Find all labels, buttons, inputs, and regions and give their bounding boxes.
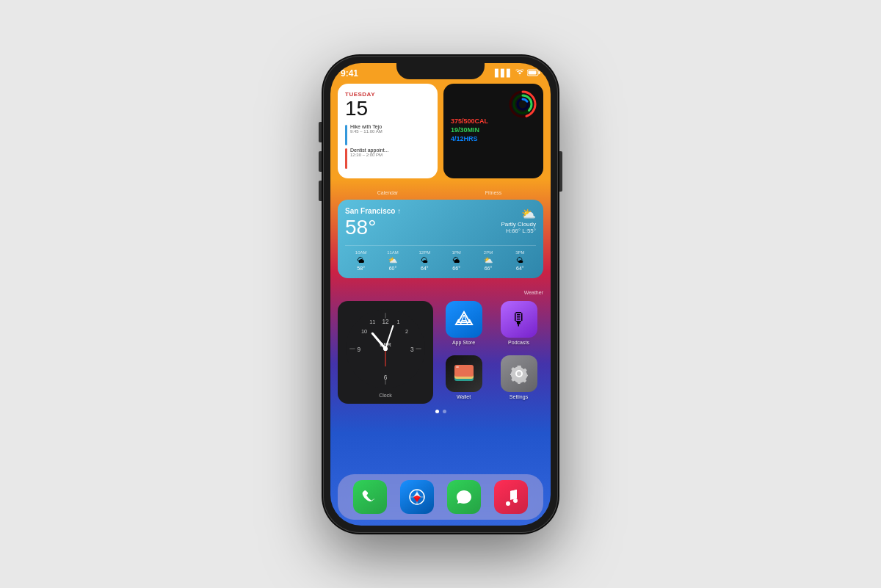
music-icon [503, 488, 519, 506]
status-time: 9:41 [341, 68, 358, 79]
svg-text:9: 9 [357, 346, 360, 353]
page-indicator [338, 410, 543, 413]
clock-face: 12 6 9 3 1 11 2 10 BER [344, 307, 427, 391]
calendar-widget[interactable]: TUESDAY 15 Hike with Tejo 9:45 – 11:00 A… [338, 84, 438, 179]
svg-text:A: A [460, 313, 468, 326]
app-podcasts[interactable]: 🎙 Podcasts [494, 301, 543, 349]
status-icons: ▋▋▋ [495, 69, 540, 78]
dock-music-app[interactable] [494, 480, 528, 514]
svg-rect-2 [529, 70, 537, 74]
gear-icon [509, 363, 529, 384]
app-wallet[interactable]: Wallet [439, 355, 488, 404]
safari-icon [408, 488, 426, 506]
podcasts-label: Podcasts [508, 340, 529, 345]
event-title: Hike with Tejo [350, 124, 383, 129]
top-widgets-row: TUESDAY 15 Hike with Tejo 9:45 – 11:00 A… [338, 84, 543, 179]
svg-text:12: 12 [382, 318, 389, 325]
svg-text:11: 11 [369, 319, 375, 325]
wifi-icon [515, 69, 524, 78]
event-details: Hike with Tejo 9:45 – 11:00 AM [350, 124, 383, 134]
event-time: 9:45 – 11:00 AM [350, 129, 383, 134]
phone-screen: 9:41 ▋▋▋ [330, 63, 551, 526]
phone-icon [362, 489, 378, 505]
fitness-hours: 4/12HRS [451, 135, 536, 142]
weather-temperature: 58° [345, 217, 401, 239]
weather-high-low: H:66° L:55° [501, 228, 536, 234]
wallet-label: Wallet [457, 394, 471, 399]
forecast-11am: 11AM ⛅ 60° [377, 250, 408, 271]
calendar-date: 15 [345, 98, 430, 120]
dock-messages-app[interactable] [447, 480, 481, 514]
svg-text:10: 10 [361, 328, 367, 335]
svg-rect-1 [539, 71, 540, 74]
weather-forecast: 10AM 🌥 58° 11AM ⛅ 60° 12PM 🌤 64° [345, 245, 536, 271]
dock-safari-app[interactable] [400, 480, 434, 514]
wallet-icon [446, 355, 482, 392]
home-screen: 9:41 ▋▋▋ [330, 63, 551, 526]
app-appstore[interactable]: A App Store [439, 301, 488, 349]
app-settings[interactable]: Settings [494, 355, 543, 404]
phone-device: 9:41 ▋▋▋ [323, 56, 558, 533]
messages-icon [455, 489, 473, 505]
svg-point-26 [383, 346, 388, 351]
svg-text:6: 6 [384, 374, 388, 382]
svg-text:1: 1 [397, 319, 400, 325]
clock-widget[interactable]: 12 6 9 3 1 11 2 10 BER [338, 301, 433, 404]
svg-rect-31 [456, 366, 459, 368]
podcasts-icon: 🎙 [501, 301, 537, 338]
appstore-label: App Store [452, 340, 475, 345]
weather-city: San Francisco ↑ [345, 207, 401, 215]
weather-widget-label: Weather [524, 290, 543, 295]
podcasts-glyph: 🎙 [510, 309, 528, 330]
svg-text:3: 3 [410, 346, 414, 353]
event-title-2: Dentist appoint... [350, 148, 389, 153]
page-dot-2 [443, 410, 446, 413]
bottom-section: 12 6 9 3 1 11 2 10 BER [338, 301, 543, 404]
settings-label: Settings [510, 394, 528, 399]
fitness-calories: 375/500CAL [451, 117, 536, 125]
weather-description: Partly Cloudy [501, 221, 536, 228]
widgets-area: TUESDAY 15 Hike with Tejo 9:45 – 11:00 A… [338, 84, 543, 418]
power-button[interactable] [559, 151, 562, 192]
calendar-widget-label: Calendar [338, 184, 438, 197]
event-color-indicator-2 [345, 148, 347, 169]
forecast-10am: 10AM 🌥 58° [345, 250, 377, 271]
event-details-2: Dentist appoint... 12:30 – 2:00 PM [350, 148, 389, 157]
svg-text:2: 2 [405, 328, 408, 335]
svg-marker-37 [510, 490, 517, 500]
signal-icon: ▋▋▋ [495, 69, 512, 77]
volume-up-button[interactable] [319, 151, 322, 172]
calendar-event-1: Hike with Tejo 9:45 – 11:00 AM [345, 124, 430, 145]
forecast-2pm: 2PM ⛅ 66° [472, 250, 504, 271]
wallet-cards [453, 365, 475, 382]
settings-icon [501, 355, 537, 392]
calendar-event-2: Dentist appoint... 12:30 – 2:00 PM [345, 148, 430, 169]
dock-phone-app[interactable] [353, 480, 387, 514]
activity-rings [508, 90, 537, 119]
fitness-minutes: 19/30MIN [451, 126, 536, 134]
weather-widget[interactable]: San Francisco ↑ 58° ⛅ Partly Cloudy H:66… [338, 200, 543, 278]
weather-cloud-icon: ⛅ [501, 207, 536, 221]
dock [338, 474, 543, 520]
page-dot-1 [435, 410, 439, 413]
forecast-1pm: 1PM 🌥 66° [440, 250, 472, 271]
event-time-2: 12:30 – 2:00 PM [350, 153, 389, 157]
appstore-icon: A [446, 301, 482, 338]
forecast-3pm: 3PM 🌤 64° [504, 250, 536, 271]
event-color-indicator [345, 125, 347, 145]
notch [396, 63, 485, 79]
volume-down-button[interactable] [319, 181, 322, 201]
fitness-widget[interactable]: 375/500CAL 19/30MIN 4/12HRS [443, 84, 543, 179]
weather-details: ⛅ Partly Cloudy H:66° L:55° [501, 207, 536, 234]
clock-widget-label: Clock [379, 393, 392, 398]
volume-silent-button[interactable] [319, 122, 322, 142]
forecast-12pm: 12PM 🌤 64° [409, 250, 440, 271]
battery-icon [527, 69, 540, 78]
apps-grid: A App Store 🎙 Podcasts [439, 301, 543, 404]
fitness-widget-label: Fitness [443, 184, 543, 197]
